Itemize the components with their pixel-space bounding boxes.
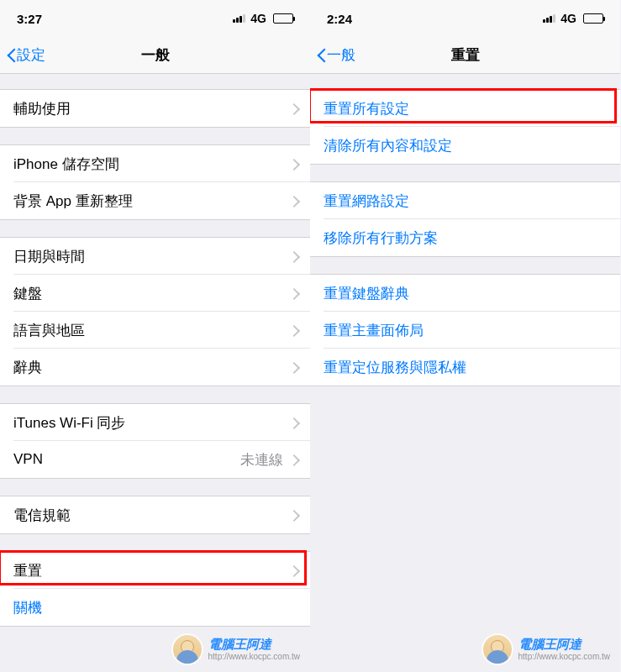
status-indicators: 4G	[233, 12, 293, 25]
row-label: 重置所有設定	[324, 99, 607, 118]
row-label: 重置	[13, 561, 290, 580]
watermark-title: 電腦王阿達	[518, 638, 610, 652]
settings-row[interactable]: iTunes Wi-Fi 同步	[0, 404, 310, 441]
settings-row[interactable]: 重置所有設定	[310, 90, 620, 127]
watermark-url: http://www.kocpc.com.tw	[208, 652, 300, 661]
row-label: VPN	[13, 451, 240, 468]
chevron-right-icon	[290, 159, 297, 170]
page-title: 一般	[141, 45, 170, 65]
back-button[interactable]: 一般	[310, 45, 355, 65]
chevron-right-icon	[290, 510, 297, 521]
status-bar: 3:27 4G	[0, 0, 310, 37]
chevron-right-icon	[290, 103, 297, 114]
settings-row[interactable]: 重置	[0, 552, 310, 589]
settings-row[interactable]: 重置主畫面佈局	[310, 312, 620, 349]
row-label: 輔助使用	[13, 99, 290, 118]
settings-row[interactable]: 重置鍵盤辭典	[310, 275, 620, 312]
watermark: 電腦王阿達 http://www.kocpc.com.tw	[482, 633, 610, 665]
settings-section: 重置網路設定移除所有行動方案	[310, 181, 620, 257]
nav-bar: 設定 一般	[0, 37, 310, 74]
chevron-right-icon	[290, 288, 297, 299]
signal-icon	[233, 14, 245, 23]
chevron-right-icon	[290, 325, 297, 336]
chevron-right-icon	[290, 196, 297, 207]
signal-icon	[543, 14, 555, 23]
settings-row[interactable]: 輔助使用	[0, 90, 310, 127]
row-value: 未連線	[240, 450, 283, 470]
watermark-avatar-icon	[171, 633, 203, 665]
settings-section: 電信規範	[0, 496, 310, 534]
settings-row[interactable]: 日期與時間	[0, 238, 310, 275]
back-button[interactable]: 設定	[0, 45, 45, 65]
settings-section: 日期與時間鍵盤語言與地區辭典	[0, 237, 310, 386]
settings-row[interactable]: 背景 App 重新整理	[0, 182, 310, 219]
settings-row[interactable]: 重置網路設定	[310, 182, 620, 219]
chevron-right-icon	[290, 362, 297, 373]
status-bar: 2:24 4G	[310, 0, 620, 37]
settings-section: 重置鍵盤辭典重置主畫面佈局重置定位服務與隱私權	[310, 274, 620, 386]
settings-section: iPhone 儲存空間背景 App 重新整理	[0, 144, 310, 220]
battery-icon	[273, 13, 293, 24]
row-label: 電信規範	[13, 506, 290, 525]
row-label: 辭典	[13, 358, 290, 377]
row-label: 背景 App 重新整理	[13, 192, 290, 211]
row-label: 清除所有內容和設定	[324, 136, 607, 155]
phone-right: 2:24 4G 一般 重置 重置所有設定清除所有內容和設定重置網路設定移除所有行…	[310, 0, 620, 672]
nav-bar: 一般 重置	[310, 37, 620, 74]
settings-row[interactable]: 清除所有內容和設定	[310, 127, 620, 164]
row-label: iPhone 儲存空間	[13, 155, 290, 174]
row-label: 重置主畫面佈局	[324, 321, 607, 340]
row-label: iTunes Wi-Fi 同步	[13, 413, 290, 433]
settings-list[interactable]: 輔助使用iPhone 儲存空間背景 App 重新整理日期與時間鍵盤語言與地區辭典…	[0, 74, 310, 627]
status-time: 3:27	[17, 12, 233, 26]
settings-row[interactable]: 電信規範	[0, 496, 310, 533]
chevron-right-icon	[290, 417, 297, 428]
status-time: 2:24	[327, 12, 543, 26]
chevron-right-icon	[290, 454, 297, 465]
status-indicators: 4G	[543, 12, 603, 25]
network-label: 4G	[560, 12, 576, 25]
network-label: 4G	[250, 12, 266, 25]
row-label: 重置網路設定	[324, 192, 607, 211]
chevron-right-icon	[290, 565, 297, 576]
chevron-left-icon	[317, 47, 327, 64]
settings-row[interactable]: 移除所有行動方案	[310, 219, 620, 256]
settings-section: 重置所有設定清除所有內容和設定	[310, 89, 620, 165]
row-label: 關機	[13, 598, 297, 617]
row-label: 移除所有行動方案	[324, 228, 607, 248]
settings-row[interactable]: 鍵盤	[0, 275, 310, 312]
chevron-left-icon	[7, 47, 17, 64]
row-label: 重置定位服務與隱私權	[324, 358, 607, 377]
settings-row[interactable]: iPhone 儲存空間	[0, 145, 310, 182]
settings-section: 輔助使用	[0, 89, 310, 128]
row-label: 日期與時間	[13, 247, 290, 266]
battery-icon	[583, 13, 603, 24]
watermark-title: 電腦王阿達	[208, 638, 300, 652]
row-label: 語言與地區	[13, 321, 290, 340]
settings-row[interactable]: 辭典	[0, 349, 310, 386]
settings-section: 重置關機	[0, 551, 310, 627]
settings-row[interactable]: VPN未連線	[0, 441, 310, 478]
phone-left: 3:27 4G 設定 一般 輔助使用iPhone 儲存空間背景 App 重新整理…	[0, 0, 310, 672]
watermark: 電腦王阿達 http://www.kocpc.com.tw	[171, 633, 300, 665]
page-title: 重置	[451, 45, 480, 65]
watermark-avatar-icon	[482, 633, 513, 665]
row-label: 鍵盤	[13, 284, 290, 303]
chevron-right-icon	[290, 251, 297, 262]
settings-row[interactable]: 語言與地區	[0, 312, 310, 349]
watermark-url: http://www.kocpc.com.tw	[518, 652, 610, 661]
settings-section: iTunes Wi-Fi 同步VPN未連線	[0, 403, 310, 479]
settings-row[interactable]: 關機	[0, 589, 310, 626]
settings-row[interactable]: 重置定位服務與隱私權	[310, 349, 620, 386]
reset-list[interactable]: 重置所有設定清除所有內容和設定重置網路設定移除所有行動方案重置鍵盤辭典重置主畫面…	[310, 74, 620, 386]
row-label: 重置鍵盤辭典	[324, 284, 607, 303]
